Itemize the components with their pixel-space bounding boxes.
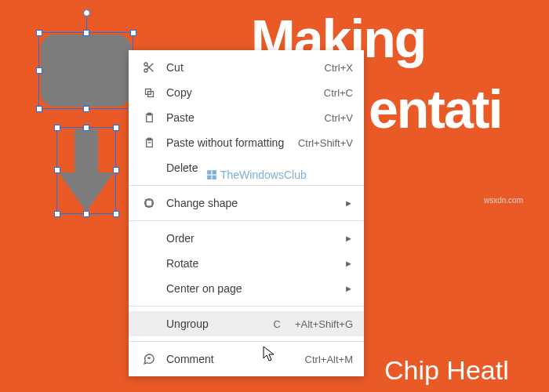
- resize-handle-arrow-n[interactable]: [83, 125, 89, 131]
- menu-shortcut: Ctrl+V: [325, 112, 353, 124]
- menu-label: Comment: [158, 353, 305, 365]
- submenu-arrow-icon: ►: [338, 234, 353, 243]
- menu-item-ungroup[interactable]: Ungroup C+Alt+Shift+G: [129, 311, 364, 336]
- menu-label: Center on page: [158, 282, 338, 295]
- menu-divider: [129, 220, 364, 221]
- copy-icon: [140, 87, 158, 99]
- shape-down-arrow[interactable]: [59, 129, 114, 215]
- resize-handle-ne[interactable]: [130, 30, 136, 36]
- svg-point-0: [144, 63, 147, 66]
- cut-icon: [140, 61, 158, 74]
- resize-handle-arrow-nw[interactable]: [54, 125, 60, 131]
- resize-handle-sw[interactable]: [36, 106, 42, 112]
- svg-point-1: [144, 69, 147, 72]
- menu-item-comment[interactable]: Comment Ctrl+Alt+M: [129, 347, 364, 372]
- menu-label: Delete: [158, 162, 353, 174]
- menu-label: Change shape: [158, 197, 338, 209]
- menu-item-order[interactable]: Order ►: [129, 226, 364, 251]
- slide-author-text: Chip Heatl: [384, 355, 509, 386]
- submenu-arrow-icon: ►: [338, 198, 353, 208]
- paste-nf-icon: [140, 137, 158, 149]
- slide-title-line2: entati: [369, 78, 501, 140]
- menu-label: Order: [158, 232, 338, 245]
- menu-shortcut: Ctrl+C: [324, 87, 353, 99]
- menu-label: Copy: [158, 86, 324, 99]
- menu-item-cut[interactable]: Cut Ctrl+X: [129, 55, 364, 80]
- menu-shortcut: Ctrl+X: [325, 62, 353, 74]
- menu-label: Rotate: [158, 257, 338, 270]
- shape-rounded-rectangle[interactable]: [41, 34, 131, 107]
- menu-item-copy[interactable]: Copy Ctrl+C: [129, 80, 364, 105]
- resize-handle-arrow-sw[interactable]: [54, 211, 60, 217]
- comment-icon: [140, 353, 158, 365]
- resize-handle-arrow-ne[interactable]: [113, 125, 119, 131]
- context-menu: Cut Ctrl+X Copy Ctrl+C Paste Ctrl+V Past…: [129, 50, 364, 376]
- menu-label: Paste without formatting: [158, 136, 298, 149]
- menu-shortcut: Ctrl+Shift+V: [298, 137, 353, 149]
- menu-shortcut: Ctrl+Alt+M: [305, 354, 353, 365]
- menu-label: Ungroup: [158, 318, 274, 330]
- svg-rect-12: [146, 200, 152, 206]
- rotate-handle[interactable]: [83, 9, 90, 16]
- resize-handle-arrow-w[interactable]: [54, 167, 60, 173]
- submenu-arrow-icon: ►: [338, 259, 353, 268]
- submenu-arrow-icon: ►: [338, 284, 353, 293]
- menu-item-rotate[interactable]: Rotate ►: [129, 251, 364, 276]
- menu-item-paste-nf[interactable]: Paste without formatting Ctrl+Shift+V: [129, 130, 364, 155]
- resize-handle-n[interactable]: [83, 30, 89, 36]
- menu-item-center[interactable]: Center on page ►: [129, 276, 364, 301]
- resize-handle-w[interactable]: [36, 67, 42, 74]
- menu-divider: [129, 185, 364, 186]
- menu-divider: [129, 306, 364, 307]
- resize-handle-arrow-se[interactable]: [113, 211, 119, 217]
- menu-label: Cut: [158, 61, 325, 74]
- menu-shortcut: C+Alt+Shift+G: [274, 318, 353, 330]
- menu-label: Paste: [158, 111, 325, 124]
- change-shape-icon: [140, 197, 158, 209]
- menu-item-change-shape[interactable]: Change shape ►: [129, 191, 364, 216]
- menu-divider: [129, 341, 364, 342]
- resize-handle-arrow-e[interactable]: [113, 167, 119, 173]
- resize-handle-nw[interactable]: [36, 30, 42, 36]
- paste-icon: [140, 112, 158, 124]
- menu-item-paste[interactable]: Paste Ctrl+V: [129, 105, 364, 130]
- resize-handle-arrow-s[interactable]: [83, 211, 89, 217]
- menu-item-delete[interactable]: Delete: [129, 155, 364, 180]
- resize-handle-s[interactable]: [83, 106, 89, 112]
